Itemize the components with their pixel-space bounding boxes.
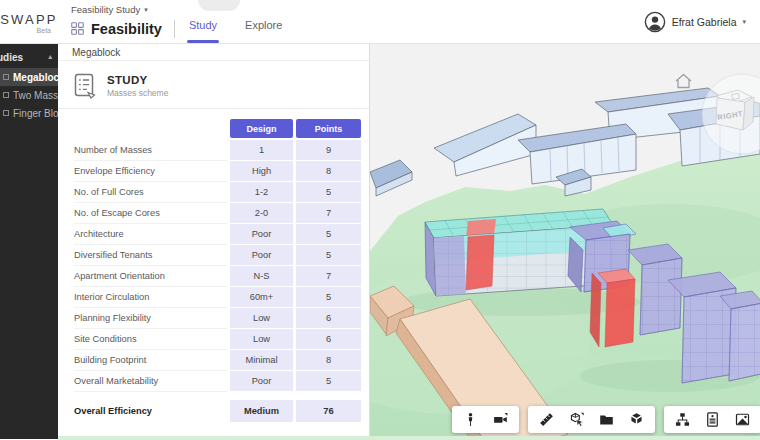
ground-strip (58, 436, 760, 440)
table-row: Building Footprint Minimal 8 (74, 350, 361, 371)
row-label: Apartment Orientation (74, 266, 227, 287)
row-label: Architecture (74, 224, 227, 245)
table-row: Site Conditions Low 6 (74, 329, 361, 350)
select-object-icon[interactable] (569, 412, 584, 427)
row-label: No. of Full Cores (74, 182, 227, 203)
grid-icon (71, 22, 84, 35)
summary-row: Overall Efficiency Medium 76 (74, 400, 361, 422)
row-label: No. of Escape Cores (74, 203, 227, 224)
measure-icon[interactable] (539, 412, 554, 427)
table-row: Diversified Tenants Poor 5 (74, 245, 361, 266)
image-export-icon[interactable] (735, 412, 750, 427)
design-cell: Poor (230, 224, 293, 245)
points-cell: 5 (296, 224, 361, 245)
sidebar-item-label: Megablock (13, 72, 58, 83)
design-cell: N-S (230, 266, 293, 287)
points-cell: 6 (296, 329, 361, 350)
divider (174, 20, 175, 38)
design-cell: Poor (230, 245, 293, 266)
design-cell: 1-2 (230, 182, 293, 203)
brand-beta: Beta (37, 27, 51, 34)
tab-bar: StudyExplore (187, 16, 308, 41)
notes-icon (74, 73, 97, 99)
table-row: Planning Flexibility Low 6 (74, 308, 361, 329)
3d-canvas[interactable]: RIGHT (370, 44, 760, 439)
sidebar-header[interactable]: Studies ▴ (0, 48, 58, 66)
points-cell: 5 (296, 371, 361, 392)
user-menu[interactable]: Efrat Gabriela ▾ (644, 0, 746, 43)
app-name: Feasibility (91, 21, 162, 37)
table-row: Interior Circulation 60m+ 5 (74, 287, 361, 308)
design-cell: 2-0 (230, 203, 293, 224)
studies-sidebar: Studies ▴ Megablock Two Mass Finger Bloc… (0, 44, 58, 439)
points-cell: 5 (296, 182, 361, 203)
table-row: Number of Masses 1 9 (74, 140, 361, 161)
person-walk-icon[interactable] (463, 412, 478, 427)
sidebar-item[interactable]: Megablock (0, 68, 58, 86)
hierarchy-icon[interactable] (675, 412, 690, 427)
brand-logo: SWAPP Beta (0, 0, 58, 43)
points-cell: 8 (296, 350, 361, 371)
study-title: STUDY (107, 74, 168, 86)
row-label: Number of Masses (74, 140, 227, 161)
report-icon[interactable] (705, 412, 720, 427)
row-label: Envelope Efficiency (74, 161, 227, 182)
sidebar-list: Megablock Two Mass Finger Block (0, 68, 58, 122)
chevron-down-icon: ▾ (144, 6, 148, 14)
points-cell: 7 (296, 266, 361, 287)
row-label: Overall Marketability (74, 371, 227, 392)
avatar-icon (644, 11, 666, 33)
cube-icon (3, 92, 9, 98)
study-panel: Megablock STUDY Masses scheme Design (58, 44, 370, 439)
toolbar-group-tools (528, 406, 655, 433)
points-cell: 8 (296, 161, 361, 182)
tab[interactable]: Study (187, 16, 219, 41)
summary-design-cell: Medium (230, 400, 293, 422)
axon-cube-icon[interactable] (629, 412, 644, 427)
chevron-up-icon: ▴ (48, 53, 52, 61)
toolbar-group-outputs (664, 406, 760, 433)
sidebar-item[interactable]: Finger Block (0, 104, 58, 122)
summary-label: Overall Efficiency (74, 400, 227, 422)
design-cell: Low (230, 329, 293, 350)
decor-arc (198, 0, 240, 11)
column-header-points: Points (296, 119, 361, 138)
folder-icon[interactable] (599, 412, 614, 427)
sidebar-item-label: Finger Block (13, 108, 58, 119)
points-cell: 9 (296, 140, 361, 161)
sidebar-header-label: Studies (0, 52, 23, 63)
video-camera-icon[interactable] (493, 412, 508, 427)
design-cell: High (230, 161, 293, 182)
summary-points-cell: 76 (296, 400, 361, 422)
points-cell: 6 (296, 308, 361, 329)
project-selector-label: Feasibility Study (71, 4, 140, 15)
table-row: Architecture Poor 5 (74, 224, 361, 245)
row-label: Interior Circulation (74, 287, 227, 308)
table-row: Envelope Efficiency High 8 (74, 161, 361, 182)
study-table: Design Points Number of Masses 1 9 Envel… (58, 109, 369, 422)
chevron-down-icon: ▾ (742, 18, 746, 26)
design-cell: Minimal (230, 350, 293, 371)
design-cell: Low (230, 308, 293, 329)
points-cell: 5 (296, 245, 361, 266)
tab[interactable]: Explore (243, 16, 284, 41)
design-cell: 60m+ (230, 287, 293, 308)
top-header: SWAPP Beta Feasibility Study ▾ Feasibili… (0, 0, 760, 44)
sidebar-item[interactable]: Two Mass (0, 86, 58, 104)
3d-viewport[interactable]: RIGHT (370, 44, 760, 439)
app-window: SWAPP Beta Feasibility Study ▾ Feasibili… (0, 0, 760, 440)
points-cell: 7 (296, 203, 361, 224)
study-card-header: STUDY Masses scheme (58, 61, 369, 109)
study-subtitle: Masses scheme (107, 88, 168, 98)
table-row: Overall Marketability Poor 5 (74, 371, 361, 392)
toolbar-group-navigation (452, 406, 519, 433)
cube-icon (3, 74, 9, 80)
row-label: Site Conditions (74, 329, 227, 350)
brand-name: SWAPP (0, 12, 58, 27)
table-row: No. of Escape Cores 2-0 7 (74, 203, 361, 224)
viewport-toolbar (452, 406, 760, 433)
row-label: Building Footprint (74, 350, 227, 371)
design-cell: 1 (230, 140, 293, 161)
project-selector[interactable]: Feasibility Study ▾ (71, 4, 308, 15)
row-label: Diversified Tenants (74, 245, 227, 266)
